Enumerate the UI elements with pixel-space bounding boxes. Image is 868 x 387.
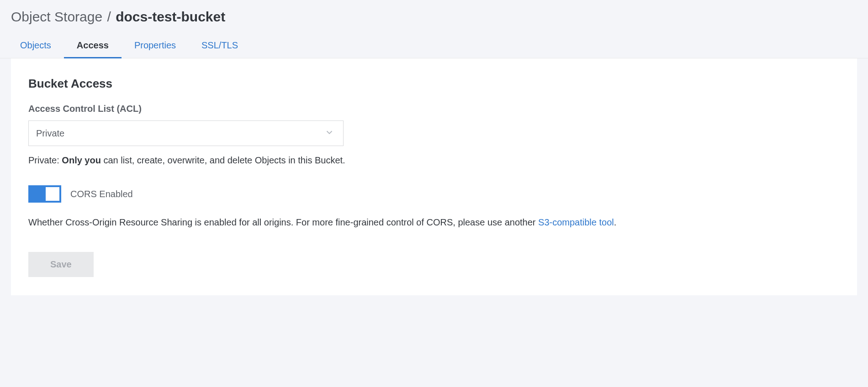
tab-properties[interactable]: Properties	[122, 34, 189, 58]
tab-access[interactable]: Access	[64, 34, 122, 58]
cors-toggle-label: CORS Enabled	[70, 189, 133, 199]
tab-ssl-tls[interactable]: SSL/TLS	[189, 34, 251, 58]
acl-label: Access Control List (ACL)	[28, 104, 840, 114]
breadcrumb-current: docs-test-bucket	[116, 9, 225, 24]
tab-bar: Objects Access Properties SSL/TLS	[0, 34, 868, 58]
save-button[interactable]: Save	[28, 252, 94, 277]
breadcrumb-root[interactable]: Object Storage	[11, 9, 102, 24]
acl-select-value: Private	[36, 128, 64, 139]
acl-help-text: Private: Only you can list, create, over…	[28, 153, 840, 167]
tab-objects[interactable]: Objects	[11, 34, 64, 58]
panel-title: Bucket Access	[28, 77, 840, 91]
toggle-knob	[46, 187, 59, 201]
bucket-access-panel: Bucket Access Access Control List (ACL) …	[11, 58, 857, 295]
cors-help-text: Whether Cross-Origin Resource Sharing is…	[28, 215, 840, 229]
acl-select[interactable]: Private	[28, 120, 344, 146]
breadcrumb-separator: /	[107, 9, 111, 24]
breadcrumb: Object Storage / docs-test-bucket	[0, 9, 868, 34]
cors-toggle[interactable]	[28, 185, 61, 203]
s3-compatible-tool-link[interactable]: S3-compatible tool	[538, 217, 614, 227]
